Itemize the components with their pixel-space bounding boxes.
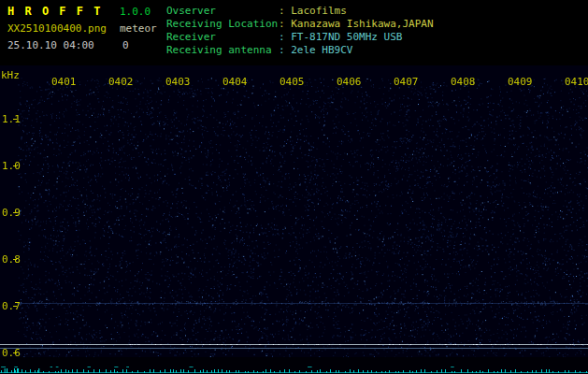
time-tick-label: 0405	[280, 76, 305, 88]
freq-tick-label: 0.7	[2, 300, 21, 312]
header-info-row: Receiver: FT-817ND 50MHz USB	[166, 31, 434, 44]
freq-tick-label: 0.6	[2, 347, 21, 359]
info-value: : Kanazawa Ishikawa,JAPAN	[279, 18, 434, 30]
freq-unit-label: kHz	[1, 69, 20, 81]
hrofft-screenshot: H R O F F T 1.0.0 XX2510100400.png meteo…	[0, 0, 588, 374]
freq-tick-label: 0.8	[2, 253, 21, 266]
observation-name: meteor	[120, 22, 157, 35]
header: H R O F F T 1.0.0 XX2510100400.png meteo…	[0, 0, 588, 65]
info-label: Receiving Location	[166, 18, 279, 31]
time-tick-label: 0401	[51, 76, 77, 88]
spectrogram-plot: kHz 040104020403040404050406040704080409…	[0, 65, 588, 374]
time-tick-label: 0406	[337, 76, 362, 88]
info-label: Receiving antenna	[166, 44, 279, 57]
time-tick-label: 0404	[222, 76, 248, 88]
time-tick-label: 0407	[394, 76, 419, 88]
freq-tick-label: 0.9	[2, 207, 21, 219]
meteor-count: 0	[122, 39, 129, 51]
info-label: Ovserver	[166, 5, 279, 18]
freq-tick-label: 1.0	[2, 160, 21, 172]
header-info: Ovserver: LacofilmsReceiving Location: K…	[166, 5, 434, 57]
time-tick-label: 0403	[165, 76, 191, 88]
time-tick-label: 0410	[565, 76, 588, 88]
observation-datetime: 25.10.10 04:00	[7, 39, 94, 51]
info-value: : FT-817ND 50MHz USB	[279, 31, 402, 43]
app-title: H R O F F T	[7, 5, 102, 18]
spectrogram-canvas	[0, 65, 588, 374]
output-filename: XX2510100400.png	[7, 22, 107, 35]
header-info-row: Receiving Location: Kanazawa Ishikawa,JA…	[166, 18, 434, 31]
header-info-row: Ovserver: Lacofilms	[166, 5, 434, 18]
header-info-row: Receiving antenna: 2ele HB9CV	[166, 44, 434, 57]
time-tick-label: 0409	[508, 76, 533, 88]
info-value: : 2ele HB9CV	[279, 44, 352, 56]
time-tick-label: 0408	[451, 76, 476, 88]
info-label: Receiver	[166, 31, 279, 44]
freq-tick-label: 1.1	[2, 113, 21, 125]
info-value: : Lacofilms	[279, 5, 347, 17]
time-tick-label: 0402	[108, 76, 134, 88]
app-version: 1.0.0	[120, 6, 151, 18]
